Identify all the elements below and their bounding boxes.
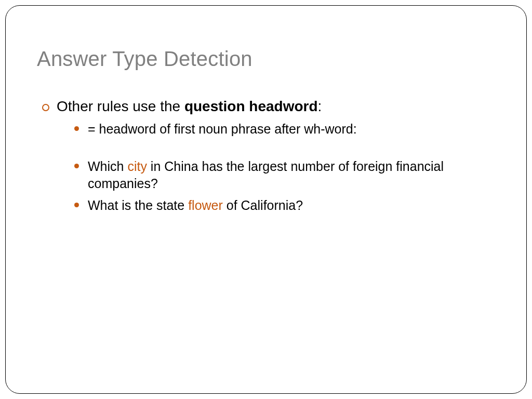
spacer — [74, 142, 495, 158]
sub-bullet-3: What is the state flower of California? — [74, 197, 495, 215]
bullet-item-1: Other rules use the question headword: =… — [42, 97, 495, 215]
bullet-list: Other rules use the question headword: =… — [42, 97, 495, 215]
sub-3-pre: What is the state — [88, 198, 188, 212]
slide-frame: Answer Type Detection Other rules use th… — [5, 5, 527, 394]
slide-title: Answer Type Detection — [37, 47, 495, 71]
sub-3-post: of California? — [223, 198, 303, 212]
sub-2-highlight: city — [127, 159, 147, 174]
sub-bullet-1: = headword of first noun phrase after wh… — [74, 121, 495, 138]
sub-bullet-2: Which city in China has the largest numb… — [74, 158, 495, 193]
sub-3-highlight: flower — [188, 198, 223, 212]
bullet-1-text-pre: Other rules use the — [57, 98, 184, 114]
sub-bullet-list: = headword of first noun phrase after wh… — [74, 121, 495, 215]
bullet-1-text-post: : — [318, 98, 322, 114]
bullet-1-text-bold: question headword — [184, 98, 318, 114]
sub-1-text: = headword of first noun phrase after wh… — [88, 122, 357, 136]
sub-2-pre: Which — [88, 159, 127, 174]
